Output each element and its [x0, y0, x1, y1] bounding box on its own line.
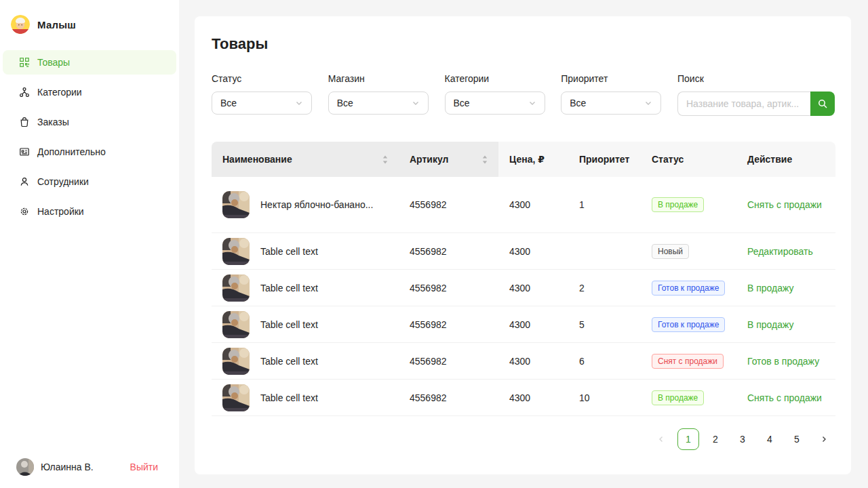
app-logo-icon	[11, 15, 30, 34]
select-value: Все	[570, 98, 586, 108]
column-label: Действие	[747, 154, 792, 165]
news-icon	[19, 146, 30, 157]
sidebar-user: Юлаинна В. Выйти	[0, 447, 179, 488]
filter-shop: Магазин Все	[328, 73, 429, 116]
sidebar-item-orders[interactable]: Заказы	[3, 110, 176, 134]
column-label: Цена, ₽	[509, 154, 545, 165]
table-row: Table cell text 4556982 4300 Новый Редак…	[212, 233, 835, 270]
sidebar-item-products[interactable]: Товары	[3, 50, 176, 75]
products-panel: Товары Статус Все Магазин Все Категории …	[195, 16, 851, 474]
column-header-priority: Приоритет	[568, 142, 641, 177]
product-sku: 4556982	[399, 392, 498, 403]
select-value: Все	[454, 98, 470, 108]
user-name: Юлаинна В.	[41, 462, 94, 472]
sort-icon[interactable]	[382, 155, 388, 164]
sidebar-item-label: Сотрудники	[37, 176, 89, 187]
product-price: 4300	[498, 319, 568, 330]
table-header: Наименование Артикул Цена, ₽ Приоритет С…	[212, 142, 835, 177]
filters-bar: Статус Все Магазин Все Категории Все При…	[212, 73, 835, 116]
column-header-name: Наименование	[212, 142, 399, 177]
product-thumbnail	[222, 348, 250, 375]
sidebar-item-settings[interactable]: Настройки	[3, 199, 176, 224]
pagination-page[interactable]: 4	[759, 428, 781, 450]
chevron-down-icon	[644, 99, 652, 107]
products-table: Наименование Артикул Цена, ₽ Приоритет С…	[212, 142, 835, 416]
table-row: Table cell text 4556982 4300 5 Готов к п…	[212, 306, 835, 343]
status-badge: Готов к продаже	[652, 317, 725, 332]
table-row: Table cell text 4556982 4300 6 Снят с пр…	[212, 343, 835, 380]
sidebar-item-label: Категории	[37, 87, 82, 98]
bag-icon	[19, 117, 30, 127]
chevron-down-icon	[528, 99, 536, 107]
product-sku: 4556982	[399, 356, 498, 367]
chevron-down-icon	[295, 99, 303, 107]
search-button[interactable]	[810, 92, 835, 116]
sort-icon[interactable]	[482, 155, 488, 164]
logout-link[interactable]: Выйти	[130, 462, 158, 472]
qr-icon	[19, 57, 30, 68]
action-link[interactable]: В продажу	[747, 319, 794, 330]
product-priority: 6	[568, 356, 641, 367]
search-label: Поиск	[677, 73, 835, 85]
product-price: 4300	[498, 283, 568, 293]
shop-select[interactable]: Все	[328, 92, 429, 115]
action-link[interactable]: Редактировать	[747, 246, 813, 257]
column-header-sku: Артикул	[399, 142, 498, 177]
app-title: Малыш	[37, 19, 76, 30]
pagination-page[interactable]: 1	[677, 428, 699, 450]
column-header-action: Действие	[736, 142, 835, 177]
product-thumbnail	[222, 238, 250, 265]
status-badge: Снят с продажи	[652, 354, 724, 369]
search-icon	[817, 98, 828, 109]
chevron-down-icon	[412, 99, 420, 107]
status-badge: Новый	[652, 244, 689, 259]
column-label: Артикул	[410, 154, 448, 165]
pagination-page[interactable]: 3	[732, 428, 753, 450]
product-thumbnail	[222, 191, 250, 218]
filter-label: Статус	[212, 73, 312, 85]
product-price: 4300	[498, 199, 568, 210]
column-label: Приоритет	[579, 154, 629, 165]
pagination-prev-icon[interactable]	[650, 428, 672, 450]
action-link[interactable]: Снять с продажи	[747, 199, 822, 210]
column-label: Наименование	[222, 154, 292, 165]
product-thumbnail	[222, 311, 250, 338]
filter-label: Приоритет	[561, 73, 661, 85]
status-select[interactable]: Все	[212, 92, 312, 115]
product-sku: 4556982	[399, 283, 498, 293]
product-thumbnail	[222, 384, 250, 411]
pagination: 1 2 3 4 5	[212, 416, 835, 450]
product-name: Table cell text	[260, 392, 318, 403]
sidebar-item-extra[interactable]: Дополнительно	[3, 140, 176, 164]
gear-icon	[19, 206, 30, 217]
priority-select[interactable]: Все	[561, 92, 661, 115]
status-badge: В продаже	[652, 197, 704, 212]
select-value: Все	[220, 98, 237, 108]
product-name: Table cell text	[260, 283, 318, 293]
product-priority: 2	[568, 283, 641, 293]
sidebar-menu: Товары Категории Заказы	[0, 50, 179, 224]
pagination-page[interactable]: 5	[786, 428, 808, 450]
avatar	[16, 458, 34, 476]
action-link[interactable]: Снять с продажи	[747, 392, 822, 403]
categories-select[interactable]: Все	[445, 92, 545, 115]
sidebar-item-employees[interactable]: Сотрудники	[3, 169, 176, 194]
select-value: Все	[337, 98, 353, 108]
filter-search: Поиск	[677, 73, 835, 116]
action-link[interactable]: В продажу	[747, 283, 794, 293]
product-priority: 10	[568, 392, 641, 403]
product-sku: 4556982	[399, 246, 498, 257]
action-link[interactable]: Готов в продажу	[747, 356, 819, 367]
table-row: Table cell text 4556982 4300 10 В продаж…	[212, 380, 835, 416]
column-header-status: Статус	[641, 142, 736, 177]
pagination-next-icon[interactable]	[813, 428, 835, 450]
filter-categories: Категории Все	[445, 73, 545, 116]
pagination-page[interactable]: 2	[705, 428, 726, 450]
search-input[interactable]	[677, 92, 810, 116]
sidebar-item-categories[interactable]: Категории	[3, 80, 176, 104]
product-price: 4300	[498, 246, 568, 257]
product-sku: 4556982	[399, 199, 498, 210]
product-priority: 1	[568, 199, 641, 210]
column-header-price: Цена, ₽	[498, 142, 568, 177]
product-name: Table cell text	[260, 356, 318, 367]
